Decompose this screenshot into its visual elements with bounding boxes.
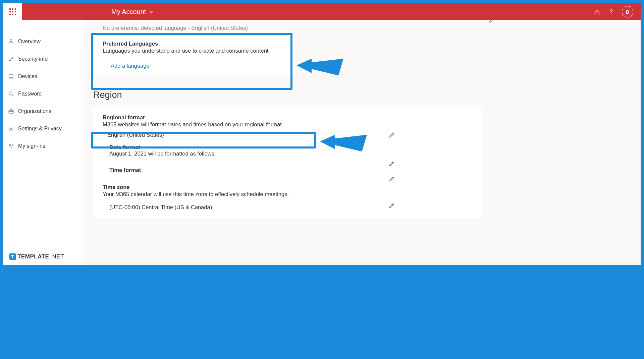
person-icon bbox=[8, 39, 14, 45]
nav-label: Organizations bbox=[18, 108, 51, 114]
svg-rect-8 bbox=[15, 14, 16, 15]
pencil-icon[interactable] bbox=[388, 202, 395, 209]
svg-point-18 bbox=[10, 128, 12, 130]
date-format-title: Date format bbox=[109, 144, 473, 151]
svg-rect-9 bbox=[596, 9, 598, 10]
svg-point-13 bbox=[10, 40, 12, 42]
svg-rect-4 bbox=[12, 11, 13, 12]
nav-overview[interactable]: Overview bbox=[3, 33, 84, 50]
pencil-icon[interactable] bbox=[488, 20, 495, 23]
nav-signins[interactable]: My sign-ins bbox=[3, 137, 84, 155]
svg-rect-0 bbox=[9, 8, 11, 10]
chevron-down-icon bbox=[149, 9, 154, 14]
search-key-icon bbox=[8, 91, 14, 97]
regional-format-value-row: English (United States) bbox=[93, 128, 482, 141]
app-header: My Account B bbox=[3, 3, 641, 20]
nav-settings-privacy[interactable]: Settings & Privacy bbox=[3, 120, 84, 137]
nav-security[interactable]: Security info bbox=[3, 50, 84, 68]
watermark-logo-icon: T bbox=[9, 253, 16, 260]
watermark-brand-suffix: .NET bbox=[50, 253, 64, 260]
pencil-icon[interactable] bbox=[388, 132, 395, 138]
svg-rect-11 bbox=[598, 13, 600, 14]
svg-point-12 bbox=[611, 13, 611, 14]
time-zone-title: Time zone bbox=[103, 184, 473, 190]
no-preference-row: No preference: detected language - Engli… bbox=[93, 20, 395, 31]
svg-point-14 bbox=[9, 59, 11, 61]
avatar-initial: B bbox=[626, 9, 630, 15]
svg-rect-5 bbox=[15, 11, 16, 12]
app-window: My Account B Overview Security info Devi… bbox=[3, 3, 641, 265]
time-format-block: Time format bbox=[93, 157, 482, 173]
time-zone-block: Time zone Your M365 calendar will use th… bbox=[93, 173, 482, 211]
svg-point-16 bbox=[9, 92, 12, 95]
watermark: T TEMPLATE.NET bbox=[9, 253, 64, 260]
annotation-arrow bbox=[297, 57, 343, 82]
regional-format-block: Regional format M365 websites will forma… bbox=[93, 114, 482, 128]
time-zone-desc: Your M365 calendar will use this time zo… bbox=[103, 191, 473, 197]
region-card: Regional format M365 websites will forma… bbox=[93, 107, 482, 218]
svg-point-19 bbox=[10, 144, 11, 146]
region-section-title: Region bbox=[93, 90, 631, 100]
language-card-wrap: No preference: detected language - Engli… bbox=[93, 20, 631, 76]
waffle-icon bbox=[9, 8, 16, 15]
no-preference-text: No preference: detected language - Engli… bbox=[103, 25, 248, 31]
briefcase-icon bbox=[8, 108, 14, 114]
watermark-brand: TEMPLATE bbox=[17, 253, 49, 260]
preferred-languages-desc: Languages you understand and use to crea… bbox=[103, 48, 285, 54]
preferred-languages-block: Preferred Languages Languages you unders… bbox=[93, 31, 294, 76]
gear-icon bbox=[8, 126, 14, 132]
laptop-icon bbox=[8, 73, 14, 79]
svg-rect-7 bbox=[12, 14, 13, 15]
nav-label: Devices bbox=[18, 73, 37, 79]
time-zone-value: (UTC-06:00) Central Time (US & Canada) bbox=[109, 204, 473, 211]
date-format-desc: August 1, 2021 will be formatted as foll… bbox=[109, 151, 473, 157]
svg-rect-15 bbox=[9, 75, 13, 77]
avatar[interactable]: B bbox=[622, 6, 633, 17]
svg-rect-3 bbox=[9, 11, 11, 12]
time-format-title: Time format bbox=[109, 167, 473, 173]
nav-label: My sign-ins bbox=[18, 143, 45, 149]
svg-rect-2 bbox=[15, 8, 16, 10]
signin-icon bbox=[8, 143, 14, 149]
date-format-block: Date format August 1, 2021 will be forma… bbox=[93, 141, 482, 157]
help-icon[interactable] bbox=[608, 8, 614, 15]
regional-format-desc: M365 websites will format dates and time… bbox=[103, 121, 473, 128]
key-icon bbox=[8, 56, 14, 62]
nav-password[interactable]: Password bbox=[3, 85, 84, 103]
left-nav: Overview Security info Devices Password … bbox=[3, 20, 84, 155]
org-chart-icon[interactable] bbox=[594, 8, 600, 15]
account-dropdown[interactable]: My Account bbox=[106, 8, 159, 16]
svg-rect-6 bbox=[9, 14, 11, 15]
svg-marker-20 bbox=[297, 59, 343, 75]
main-content: No preference: detected language - Engli… bbox=[84, 20, 641, 265]
nav-organizations[interactable]: Organizations bbox=[3, 103, 84, 120]
nav-label: Settings & Privacy bbox=[18, 126, 62, 132]
header-actions: B bbox=[586, 6, 641, 17]
account-label: My Account bbox=[111, 8, 146, 16]
add-language-link[interactable]: Add a language bbox=[111, 63, 150, 69]
nav-label: Password bbox=[18, 91, 42, 97]
nav-devices[interactable]: Devices bbox=[3, 68, 84, 85]
nav-label: Overview bbox=[18, 39, 41, 45]
regional-format-value: English (United States) bbox=[107, 132, 164, 138]
svg-rect-1 bbox=[12, 8, 13, 10]
app-launcher-button[interactable] bbox=[3, 3, 22, 21]
preferred-languages-title: Preferred Languages bbox=[103, 41, 285, 47]
svg-rect-17 bbox=[9, 110, 13, 113]
svg-rect-10 bbox=[594, 13, 596, 14]
nav-label: Security info bbox=[18, 56, 48, 62]
regional-format-title: Regional format bbox=[103, 114, 473, 121]
